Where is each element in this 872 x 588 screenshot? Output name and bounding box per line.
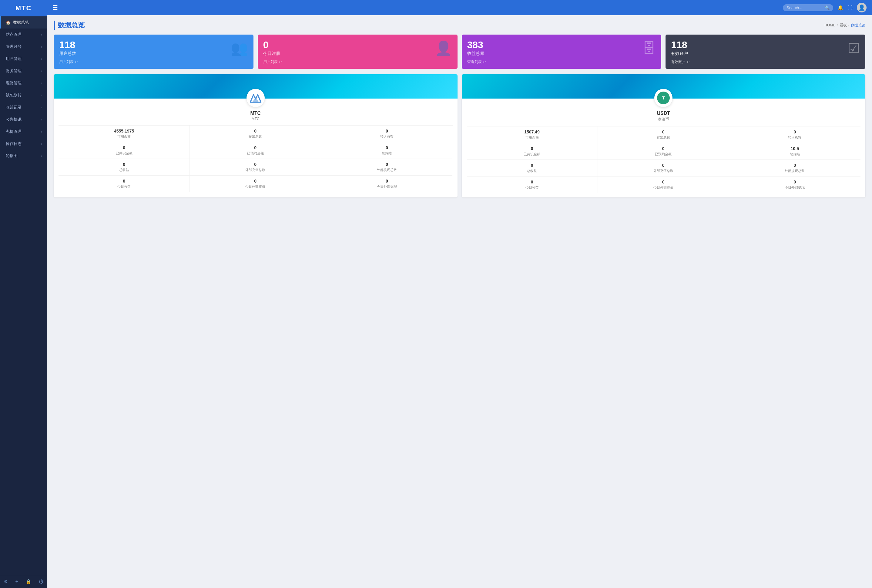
stat-card-top-2: 383 收益总额 🗄	[467, 40, 656, 56]
stat-card-label-1: 今日注册	[263, 51, 280, 56]
sidebar-item-3[interactable]: 用户管理 ›	[0, 53, 47, 65]
stat-card-purple: 383 收益总额 🗄 查看列表↩	[462, 34, 662, 69]
coin-stat-value-usdt-0: 1507.49	[469, 129, 595, 134]
coin-panel-banner-mtc	[54, 74, 457, 99]
coin-stat-usdt-3: 0 已共识金额	[467, 143, 598, 160]
coin-stat-mtc-5: 0 总冻结	[321, 142, 452, 159]
stat-card-top-1: 0 今日注册 👤	[263, 40, 452, 56]
coin-stat-usdt-0: 1507.49 可用余额	[467, 126, 598, 143]
coin-stat-mtc-1: 0 转出总数	[190, 126, 321, 142]
chevron-icon: ›	[41, 57, 42, 61]
stat-card-link-3[interactable]: 有效账户↩	[671, 59, 860, 64]
stat-card-number-0: 118	[59, 40, 76, 50]
sidebar-item-2[interactable]: 管理账号 ›	[0, 40, 47, 53]
home-icon: 🏠	[6, 20, 10, 25]
settings-icon[interactable]: ⚙	[4, 579, 7, 584]
arrow-icon-1: ↩	[279, 60, 282, 64]
sidebar-item-9[interactable]: 充提管理 ›	[0, 126, 47, 138]
chevron-icon: ›	[41, 45, 42, 48]
stat-card-label-0: 用户总数	[59, 51, 76, 56]
coin-stat-label-usdt-7: 外部充值总数	[600, 169, 727, 173]
main-content: ☰ 🔍 🔔 ⛶ 👤 数据总览 HOME / 看板 / 数据总览	[47, 0, 872, 588]
stat-card-blue: 118 用户总数 👥 用户列表↩	[54, 34, 253, 69]
coin-stat-mtc-6: 0 总收益	[58, 159, 190, 176]
hamburger-icon[interactable]: ☰	[52, 4, 58, 11]
coin-stat-usdt-6: 0 总收益	[467, 160, 598, 177]
coin-stat-usdt-11: 0 今日外部提现	[729, 177, 860, 193]
coin-stat-value-usdt-9: 0	[469, 180, 595, 184]
sidebar-item-label-2: 管理账号	[6, 44, 21, 50]
coin-panel-logo-usdt: ₮	[654, 89, 673, 107]
expand-screen-icon[interactable]: ⛶	[848, 5, 853, 10]
stat-card-top-3: 118 有效账户 ☑	[671, 40, 860, 56]
bell-icon[interactable]: 🔔	[838, 5, 844, 10]
breadcrumb-panel[interactable]: 看板	[839, 23, 847, 28]
expand-icon[interactable]: ✦	[15, 579, 19, 584]
avatar[interactable]: 👤	[857, 3, 866, 12]
search-bar: 🔍	[783, 4, 833, 11]
coin-stat-value-usdt-10: 0	[600, 180, 727, 184]
topbar: ☰ 🔍 🔔 ⛶ 👤	[47, 0, 872, 15]
coin-stat-mtc-2: 0 转入总数	[321, 126, 452, 142]
stat-card-number-2: 383	[467, 40, 484, 50]
coin-stat-value-mtc-5: 0	[324, 145, 450, 150]
coin-stat-label-mtc-6: 总收益	[61, 168, 187, 172]
stat-card-icon-3: ☑	[847, 40, 860, 56]
coin-stat-mtc-10: 0 今日外部充值	[190, 176, 321, 192]
sidebar-item-11[interactable]: 轮播图 ›	[0, 150, 47, 162]
coin-panel-subname-mtc: MTC	[58, 117, 452, 121]
coin-stat-label-usdt-3: 已共识金额	[469, 152, 595, 156]
sidebar-item-label-8: 公告快讯	[6, 117, 21, 122]
lock-icon[interactable]: 🔒	[26, 579, 31, 584]
breadcrumb-sep1: /	[837, 23, 838, 27]
coin-panel-body-usdt: USDT 泰达币 1507.49 可用余额 0 转出总数 0 转入总数 0 已共…	[462, 99, 866, 197]
coin-stat-value-mtc-7: 0	[192, 162, 318, 167]
stat-card-dark: 118 有效账户 ☑ 有效账户↩	[665, 34, 865, 69]
sidebar-item-7[interactable]: 收益记录 ›	[0, 101, 47, 113]
coin-panel-subname-usdt: 泰达币	[467, 117, 861, 122]
sidebar-item-8[interactable]: 公告快讯 ›	[0, 113, 47, 126]
sidebar-footer: ⚙ ✦ 🔒 ⏻	[0, 575, 47, 588]
coin-stat-label-usdt-8: 外部提现总数	[732, 169, 858, 173]
sidebar-nav: 🏠 数据总览 站点管理 › 管理账号 › 用户管理 › 财务管理 › 理财管理	[0, 16, 47, 575]
coin-panel-name-mtc: MTC	[58, 111, 452, 116]
stat-card-link-1[interactable]: 用户列表↩	[263, 59, 452, 64]
coin-stat-mtc-3: 0 已共识金额	[58, 142, 190, 159]
sidebar-item-0[interactable]: 🏠 数据总览	[0, 16, 47, 28]
coin-panel-mtc: MTC MTC 4555.1975 可用余额 0 转出总数 0 转入总数 0 已…	[54, 74, 457, 197]
stat-card-link-0[interactable]: 用户列表↩	[59, 59, 248, 64]
topbar-icons: 🔔 ⛶ 👤	[838, 3, 866, 12]
breadcrumb-home[interactable]: HOME	[824, 23, 835, 27]
chevron-icon: ›	[41, 154, 42, 158]
sidebar-item-5[interactable]: 理财管理 ›	[0, 77, 47, 89]
coin-stat-label-mtc-7: 外部充值总数	[192, 168, 318, 172]
chevron-icon: ›	[41, 33, 42, 36]
coin-stat-label-usdt-4: 已预约金额	[600, 152, 727, 156]
usdt-logo: ₮	[657, 92, 670, 104]
sidebar-item-label-7: 收益记录	[6, 105, 21, 110]
coin-stat-label-mtc-8: 外部提现总数	[324, 168, 450, 172]
coin-panel-body-mtc: MTC MTC 4555.1975 可用余额 0 转出总数 0 转入总数 0 已…	[54, 99, 457, 196]
stat-card-label-2: 收益总额	[467, 51, 484, 56]
coin-panels: MTC MTC 4555.1975 可用余额 0 转出总数 0 转入总数 0 已…	[54, 74, 865, 197]
coin-stat-usdt-9: 0 今日收益	[467, 177, 598, 193]
content-area: 数据总览 HOME / 看板 / 数据总览 118 用户总数 👥 用户列表↩ 0	[47, 15, 872, 588]
coin-stat-value-usdt-7: 0	[600, 163, 727, 168]
stat-card-icon-2: 🗄	[642, 40, 656, 56]
chevron-icon: ›	[41, 105, 42, 109]
stat-card-link-2[interactable]: 查看列表↩	[467, 59, 656, 64]
coin-stat-value-usdt-11: 0	[732, 180, 858, 184]
sidebar-item-4[interactable]: 财务管理 ›	[0, 65, 47, 77]
sidebar-item-10[interactable]: 操作日志 ›	[0, 138, 47, 150]
coin-stat-label-mtc-11: 今日外部提现	[324, 184, 450, 189]
chevron-icon: ›	[41, 81, 42, 85]
sidebar-item-6[interactable]: 钱包划转 ›	[0, 89, 47, 101]
sidebar-item-label-5: 理财管理	[6, 80, 21, 86]
coin-stat-mtc-11: 0 今日外部提现	[321, 176, 452, 192]
power-icon[interactable]: ⏻	[39, 579, 43, 584]
coin-panel-banner-usdt: ₮	[462, 74, 866, 99]
svg-marker-1	[252, 97, 259, 102]
sidebar-item-1[interactable]: 站点管理 ›	[0, 28, 47, 40]
coin-stat-value-usdt-8: 0	[732, 163, 858, 168]
search-input[interactable]	[787, 6, 823, 10]
